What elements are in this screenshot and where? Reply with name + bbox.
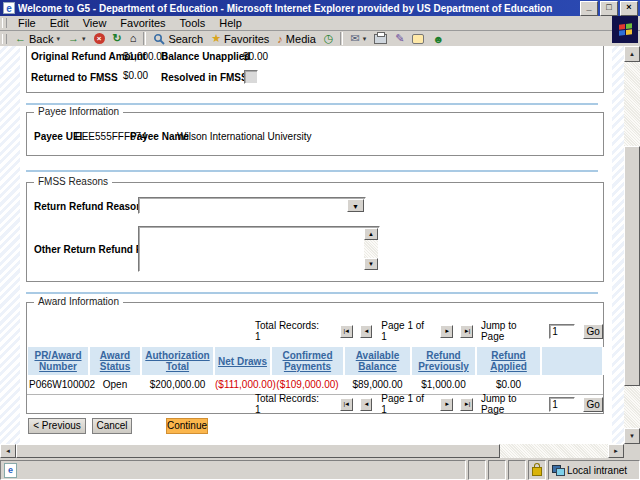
first-page-button[interactable]: |◄ bbox=[340, 325, 353, 338]
edit-icon: ✎ bbox=[395, 32, 404, 45]
menu-bar: File Edit View Favorites Tools Help bbox=[0, 16, 640, 31]
vertical-scrollbar[interactable]: ▲ ▼ bbox=[624, 46, 640, 444]
home-icon: ⌂ bbox=[130, 32, 137, 45]
security-panel bbox=[528, 460, 546, 480]
cell-authorization-total: $200,000.00 bbox=[141, 375, 214, 394]
previous-button[interactable]: < Previous bbox=[28, 418, 86, 434]
back-button[interactable]: ← Back ▾ bbox=[11, 31, 64, 46]
column-header-pr-award-number[interactable]: PR/Award Number bbox=[28, 347, 89, 375]
messenger-button[interactable]: ☻ bbox=[428, 31, 448, 46]
search-icon bbox=[153, 33, 165, 45]
restore-button[interactable]: □ bbox=[600, 1, 618, 16]
page-indicator: Page 1 of 1 bbox=[381, 320, 431, 342]
home-button[interactable]: ⌂ bbox=[126, 31, 141, 46]
minimize-button[interactable]: _ bbox=[580, 1, 598, 16]
menu-item-help[interactable]: Help bbox=[212, 16, 249, 30]
next-page-button[interactable]: ► bbox=[440, 398, 453, 411]
return-refund-reason-select[interactable]: ▼ bbox=[138, 197, 366, 214]
close-button[interactable]: × bbox=[620, 1, 638, 16]
first-page-button[interactable]: |◄ bbox=[340, 398, 353, 411]
status-main-panel: e bbox=[0, 460, 466, 480]
menu-item-favorites[interactable]: Favorites bbox=[113, 16, 172, 30]
scroll-left-icon[interactable]: ◄ bbox=[0, 444, 16, 458]
pagination-bottom: Total Records: 1 |◄ ◄ Page 1 of 1 ► ►| J… bbox=[27, 396, 603, 412]
browser-window: e Welcome to G5 - Department of Educatio… bbox=[0, 0, 640, 480]
jump-to-page-input[interactable] bbox=[549, 397, 575, 412]
menu-item-tools[interactable]: Tools bbox=[173, 16, 213, 30]
scrollbar-corner bbox=[624, 444, 640, 458]
previous-page-button[interactable]: ◄ bbox=[360, 398, 373, 411]
go-button[interactable]: Go bbox=[583, 397, 603, 412]
menu-item-edit[interactable]: Edit bbox=[43, 16, 76, 30]
column-header-refund-previously[interactable]: Refund Previously bbox=[411, 347, 476, 375]
last-page-button[interactable]: ►| bbox=[460, 398, 473, 411]
back-dropdown-icon[interactable]: ▾ bbox=[56, 35, 60, 43]
fmss-reasons-legend: FMSS Reasons bbox=[34, 176, 112, 187]
back-icon: ← bbox=[15, 32, 26, 45]
security-zone-panel: Local intranet bbox=[548, 460, 640, 480]
page-content: Original Refund Amount $1,000.00 Balance… bbox=[20, 46, 612, 444]
forward-dropdown-icon[interactable]: ▾ bbox=[82, 35, 86, 43]
search-button[interactable]: Search bbox=[149, 31, 207, 46]
ie-logo-icon: e bbox=[3, 2, 15, 14]
toolbar-grip[interactable] bbox=[2, 34, 7, 44]
column-header-authorization-total[interactable]: Authorization Total bbox=[141, 347, 214, 375]
menu-item-file[interactable]: File bbox=[11, 16, 43, 30]
go-button[interactable]: Go bbox=[583, 324, 603, 339]
scroll-right-icon[interactable]: ► bbox=[608, 444, 624, 458]
column-header-net-draws[interactable]: Net Draws bbox=[214, 347, 271, 375]
media-button[interactable]: ♪ Media bbox=[273, 31, 319, 46]
mail-dropdown-icon[interactable]: ▾ bbox=[363, 35, 367, 43]
scroll-up-icon[interactable]: ▲ bbox=[364, 228, 378, 240]
cell-confirmed-payments: ($109,000.00) bbox=[271, 375, 344, 394]
ie-page-icon: e bbox=[4, 463, 17, 478]
jump-to-page-input[interactable] bbox=[549, 324, 575, 339]
continue-button[interactable]: Continue bbox=[166, 418, 208, 434]
lock-icon bbox=[532, 467, 542, 476]
payee-name-value: Wilson International University bbox=[177, 131, 312, 142]
forward-button[interactable]: → ▾ bbox=[64, 31, 90, 46]
page-indicator: Page 1 of 1 bbox=[381, 393, 431, 415]
refresh-button[interactable]: ↻ bbox=[109, 31, 126, 46]
menu-item-view[interactable]: View bbox=[76, 16, 114, 30]
history-button[interactable]: ◷ bbox=[320, 31, 338, 46]
discuss-button[interactable] bbox=[408, 31, 428, 46]
resolved-in-fmss-checkbox[interactable] bbox=[244, 70, 258, 84]
last-page-button[interactable]: ►| bbox=[460, 325, 473, 338]
print-button[interactable] bbox=[370, 31, 391, 46]
scroll-down-icon[interactable]: ▼ bbox=[364, 258, 378, 270]
column-header-confirmed-payments[interactable]: Confirmed Payments bbox=[271, 347, 344, 375]
status-panel bbox=[508, 460, 526, 480]
favorites-button[interactable]: ★ Favorites bbox=[207, 31, 273, 46]
total-records-label: Total Records: 1 bbox=[255, 393, 326, 415]
refresh-icon: ↻ bbox=[113, 32, 122, 45]
cell-net-draws: ($111,000.00) bbox=[214, 375, 271, 394]
section-divider bbox=[26, 103, 598, 105]
mail-button[interactable]: ✉ ▾ bbox=[346, 31, 370, 46]
select-dropdown-icon[interactable]: ▼ bbox=[347, 199, 364, 212]
column-header-available-balance[interactable]: Available Balance bbox=[344, 347, 411, 375]
other-return-refund-reason-textarea[interactable]: ▲ ▼ bbox=[138, 226, 380, 272]
vertical-scroll-thumb[interactable] bbox=[624, 146, 640, 386]
edit-button[interactable]: ✎ bbox=[391, 31, 408, 46]
balance-unapplied-value: $0.00 bbox=[243, 51, 268, 62]
column-header-refund-applied[interactable]: Refund Applied bbox=[476, 347, 541, 375]
table-row: P066W100002 Open $200,000.00 ($111,000.0… bbox=[28, 375, 603, 394]
menubar-grip[interactable] bbox=[2, 18, 7, 28]
next-page-button[interactable]: ► bbox=[440, 325, 453, 338]
total-records-label: Total Records: 1 bbox=[255, 320, 326, 342]
cancel-button[interactable]: Cancel bbox=[92, 418, 132, 434]
forward-icon: → bbox=[68, 32, 79, 45]
previous-page-button[interactable]: ◄ bbox=[360, 325, 373, 338]
balance-unapplied-label: Balance Unapplied bbox=[161, 51, 250, 62]
column-header-award-status[interactable]: Award Status bbox=[89, 347, 141, 375]
status-panel bbox=[488, 460, 506, 480]
scroll-up-icon[interactable]: ▲ bbox=[624, 46, 640, 62]
horizontal-scrollbar[interactable]: ◄ ► bbox=[0, 444, 624, 458]
jump-to-page-label: Jump to Page bbox=[481, 393, 541, 415]
scroll-down-icon[interactable]: ▼ bbox=[624, 428, 640, 444]
textarea-scrollbar[interactable]: ▲ ▼ bbox=[364, 228, 378, 270]
stop-button[interactable]: × bbox=[90, 31, 109, 46]
horizontal-scroll-thumb[interactable] bbox=[16, 444, 500, 458]
mail-icon: ✉ bbox=[350, 32, 359, 45]
